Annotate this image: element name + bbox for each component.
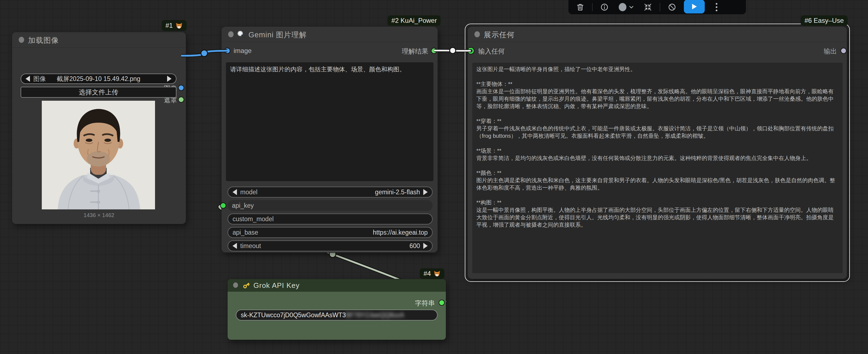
output-dot-result[interactable] — [431, 48, 437, 54]
info-icon — [600, 3, 609, 11]
node-load-image-header[interactable]: 加载图像 — [12, 32, 186, 47]
image-preview[interactable] — [42, 101, 155, 209]
key-icon — [242, 282, 250, 289]
collapse-dot[interactable] — [474, 31, 480, 37]
input-label-any: 输入任何 — [478, 47, 505, 56]
node-badge-6: #6 Easy–Use — [801, 15, 848, 26]
widget-name: model — [240, 188, 257, 196]
info-button[interactable] — [599, 2, 610, 12]
widget-name: api_base — [232, 229, 258, 236]
combo-prev-icon[interactable] — [232, 243, 237, 249]
output-label-string: 字符串 — [415, 299, 435, 308]
node-title: Grok API Key — [253, 281, 300, 290]
api-key-widget[interactable]: api_key — [227, 200, 433, 211]
custom-model-widget[interactable]: custom_model — [227, 213, 433, 224]
input-label-image: image — [234, 47, 251, 55]
widget-name: custom_model — [232, 215, 274, 223]
collapse-dot[interactable] — [233, 282, 238, 288]
node-grok-header[interactable]: Grok API Key — [227, 279, 446, 292]
badge-text: #2 KuAi_Power — [392, 17, 437, 25]
api-key-redacted: BF78Y2JweQQ8uvA — [346, 312, 404, 319]
color-swatch — [618, 2, 634, 12]
model-combo[interactable]: model gemini-2.5-flash — [227, 187, 433, 198]
input-dot-any[interactable] — [468, 48, 474, 54]
toolbar-divider — [660, 3, 660, 11]
node-color-dropdown[interactable] — [616, 2, 636, 12]
output-dot-any[interactable] — [840, 48, 846, 54]
output-dot-mask[interactable] — [178, 97, 184, 103]
badge-text: #4 — [424, 270, 431, 277]
combo-prev-icon[interactable] — [26, 76, 30, 82]
link-midpoint-dot[interactable] — [201, 50, 208, 57]
magnifier-icon — [237, 30, 245, 38]
fox-icon — [433, 270, 441, 277]
node-title: 展示任何 — [484, 30, 515, 40]
combo-next-icon[interactable] — [167, 76, 172, 82]
image-dimensions: 1436 × 1462 — [12, 212, 186, 218]
output-dot-image[interactable] — [178, 85, 184, 91]
image-combo-widget[interactable]: 图像 截屏2025-09-10 15.49.42.png — [21, 74, 177, 84]
collapse-dot[interactable] — [228, 31, 234, 37]
node-title: 加载图像 — [28, 35, 59, 45]
node-gemini[interactable]: Gemini 图片理解 image 理解结果 请详细描述这张图片的内容，包括主要… — [221, 27, 438, 252]
node-show-any-header[interactable]: 展示任何 — [468, 27, 847, 42]
bypass-button[interactable] — [667, 2, 677, 12]
widget-value: https://ai.kegeai.top — [373, 229, 428, 236]
fox-icon — [175, 22, 183, 29]
node-graph-canvas[interactable]: 加载图像 图像 遮罩 图像 截屏2025-09-10 15.49.42.png … — [0, 0, 868, 354]
api-base-widget[interactable]: api_base https://ai.kegeai.top — [227, 227, 433, 238]
portrait-photo — [42, 101, 155, 209]
combo-next-icon[interactable] — [423, 189, 428, 195]
api-key-text: sk-KZTUwcco7jD0Q5wGowfAAsWT3 — [241, 312, 346, 319]
block-icon — [668, 3, 676, 11]
collapse-button[interactable] — [643, 2, 653, 12]
combo-name: 图像 — [33, 75, 46, 83]
collapse-dot[interactable] — [19, 37, 24, 43]
widget-name: timeout — [240, 242, 261, 250]
node-gemini-header[interactable]: Gemini 图片理解 — [221, 27, 438, 42]
play-icon — [691, 3, 697, 10]
combo-next-icon[interactable] — [423, 243, 428, 249]
toolbar-divider — [592, 3, 593, 11]
node-show-any[interactable]: 展示任何 输入任何 输出 这张图片是一幅清晰的半身肖像照，描绘了一位中老年亚洲男… — [468, 27, 847, 279]
more-options-button[interactable] — [711, 2, 722, 12]
api-key-value-widget[interactable]: sk-KZTUwcco7jD0Q5wGowfAAsWT3 BF78Y2JweQQ… — [236, 310, 438, 321]
delete-button[interactable] — [575, 2, 585, 12]
result-text[interactable]: 这张图片是一幅清晰的半身肖像照，描绘了一位中老年亚洲男性。 **主要物体：** … — [472, 62, 843, 274]
output-label-any: 输出 — [824, 47, 837, 56]
node-badge-1: #1 — [162, 20, 187, 31]
badge-text: #6 Easy–Use — [805, 17, 844, 25]
upload-file-button[interactable]: 选择文件上传 — [21, 87, 177, 98]
node-title: Gemini 图片理解 — [248, 30, 307, 40]
trash-icon — [576, 3, 584, 11]
timeout-combo[interactable]: timeout 600 — [227, 240, 433, 251]
output-dot-string[interactable] — [439, 300, 445, 306]
node-load-image[interactable]: 加载图像 图像 遮罩 图像 截屏2025-09-10 15.49.42.png … — [12, 32, 186, 224]
widget-value: gemini-2.5-flash — [375, 188, 420, 196]
output-label-result: 理解结果 — [402, 47, 428, 56]
widget-value: 600 — [409, 242, 420, 250]
selection-toolbar[interactable] — [568, 0, 746, 14]
badge-text: #1 — [165, 22, 173, 29]
link-midpoint-dot[interactable] — [450, 47, 456, 54]
node-grok-api-key[interactable]: Grok API Key 字符串 sk-KZTUwcco7jD0Q5wGowfA… — [227, 279, 446, 340]
node-badge-4: #4 — [420, 269, 444, 279]
combo-prev-icon[interactable] — [232, 189, 237, 195]
prompt-textarea[interactable]: 请详细描述这张图片的内容，包括主要物体、场景、颜色和构图。 — [226, 62, 433, 181]
node-badge-2: #2 KuAi_Power — [388, 15, 441, 26]
run-button[interactable] — [684, 0, 705, 13]
collapse-icon — [644, 3, 652, 11]
chevron-down-icon — [630, 6, 633, 8]
input-dot-api-key[interactable] — [220, 203, 226, 209]
widget-name: api_key — [232, 202, 254, 209]
input-dot-image[interactable] — [224, 48, 230, 54]
